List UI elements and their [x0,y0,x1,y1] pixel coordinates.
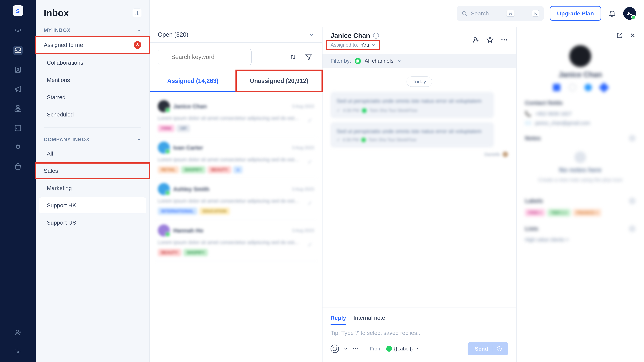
tab-internal-note[interactable]: Internal note [354,312,385,325]
send-button[interactable]: Send [468,342,508,355]
message-bubble: Sed ut perspiciatis unde omnis iste natu… [330,92,494,118]
conversation-list-panel: Open (320) Assigned (14,263) Unassigned … [150,27,322,362]
svg-point-15 [506,39,507,40]
analytics-icon[interactable] [13,123,23,133]
nav-rail: s [0,0,36,362]
chevron-down-icon [372,43,376,47]
tab-reply[interactable]: Reply [330,312,346,325]
chevron-down-icon [137,137,142,142]
kbd-cmd: ⌘ [506,10,515,16]
kbd-k: K [532,10,539,16]
open-external-button[interactable] [616,32,623,38]
svg-point-7 [16,330,18,333]
sidebar-item-sales[interactable]: Sales [36,163,150,179]
chevron-down-icon[interactable] [344,347,348,351]
add-list-button[interactable] [629,225,636,232]
reply-tabs: Reply Internal note [322,308,516,325]
settings-icon[interactable] [13,347,23,357]
contacts-icon[interactable] [13,65,23,74]
conversation-item[interactable]: Ivan Carter3 Aug 2023 Lorem ipsum dolor … [155,137,317,178]
tab-assigned[interactable]: Assigned (14,263) [150,70,236,92]
user-avatar[interactable]: JC [623,7,636,20]
sidebar-item-scheduled[interactable]: Scheduled [39,107,146,122]
sidebar-item-collaborations[interactable]: Collaborations [39,55,146,71]
broadcast-icon[interactable] [13,26,23,35]
assigned-to-selector[interactable]: Assigned to: You [327,41,379,49]
svg-point-13 [502,39,502,40]
svg-rect-4 [15,110,17,112]
global-search[interactable]: Search ⌘ K [457,6,544,21]
from-channel-selector[interactable]: {{Label}} [386,346,418,352]
more-actions-button[interactable] [500,36,508,44]
empty-notes-icon [574,151,586,163]
contact-details-panel: Janice Chan Contact fields 📞+852 9939 18… [516,27,644,362]
info-icon[interactable]: i [373,33,379,38]
field-email: ✉️janice_chan@gmail.com [525,120,636,126]
field-phone: 📞+852 9939 1827 [525,111,636,117]
reply-input[interactable]: Tip: Type '/' to select saved replies... [322,325,516,338]
svg-point-8 [17,351,19,353]
conversation-item[interactable]: Ashley Smith3 Aug 2023 Lorem ipsum dolor… [155,178,317,220]
unread-badge: 3 [134,41,142,49]
svg-point-10 [462,11,466,15]
svg-point-17 [355,348,356,349]
schedule-icon [496,346,502,352]
whatsapp-icon [355,58,361,64]
sort-button[interactable] [288,52,298,62]
sidebar-item-all[interactable]: All [39,146,146,162]
flows-icon[interactable] [13,104,23,113]
status-filter-dropdown[interactable]: Open (320) [150,27,322,42]
keyword-search-input[interactable] [158,49,252,65]
svg-point-14 [504,39,505,40]
channel-selector-button[interactable] [330,345,339,353]
close-button[interactable] [629,32,636,38]
conversation-contact-name: Janice Chan i [330,32,379,39]
inbox-icon[interactable] [13,45,23,55]
upgrade-plan-button[interactable]: Upgrade Plan [550,6,601,21]
campaign-icon[interactable] [13,84,23,94]
conversation-item[interactable]: Janice Chan3 Aug 2023 Lorem ipsum dolor … [155,95,317,137]
date-separator: Today [406,76,432,87]
sidebar-item-support-hk[interactable]: Support HK [39,197,146,213]
conversation-panel: Janice Chan i Assigned to: You [322,27,516,362]
invite-icon[interactable] [13,328,23,337]
sidebar-item-mentions[interactable]: Mentions [39,72,146,88]
company-inbox-header[interactable]: COMPANY INBOX [36,132,150,145]
top-bar: Search ⌘ K Upgrade Plan JC [150,0,644,27]
tab-unassigned[interactable]: Unassigned (20,912) [236,70,322,92]
integrations-icon[interactable] [13,143,23,152]
conversation-item[interactable]: Hannah Ho3 Aug 2023 Lorem ipsum dolor si… [155,220,317,261]
sidebar-divider [44,127,142,128]
star-button[interactable] [486,36,494,44]
svg-rect-5 [18,110,21,112]
svg-point-2 [17,68,19,70]
from-label: From [370,346,382,352]
search-icon [461,10,468,16]
commerce-icon[interactable] [13,162,23,172]
contact-name: Janice Chan [525,70,636,79]
svg-point-0 [17,30,19,32]
chevron-down-icon [397,59,402,63]
contact-avatar [569,45,591,67]
more-button[interactable] [352,346,358,352]
add-note-button[interactable] [629,135,636,142]
svg-point-12 [474,37,477,40]
sidebar-item-marketing[interactable]: Marketing [39,180,146,196]
app-logo[interactable]: s [12,5,23,16]
svg-point-18 [357,348,358,349]
my-inbox-header[interactable]: MY INBOX [36,22,150,36]
add-collaborator-button[interactable] [472,36,480,44]
notifications-button[interactable] [607,8,617,18]
chevron-down-icon [137,28,142,32]
conversation-list: Janice Chan3 Aug 2023 Lorem ipsum dolor … [150,92,322,362]
sidebar-item-assigned-to-me[interactable]: Assigned to me 3 [36,36,150,53]
collapse-panel-button[interactable] [133,8,142,17]
sidebar-title: Inbox [44,7,69,18]
sidebar-item-support-us[interactable]: Support US [39,215,146,231]
svg-rect-3 [16,106,19,107]
add-label-button[interactable] [629,198,636,204]
channel-filter[interactable]: Filter by: All channels [322,54,516,68]
filter-button[interactable] [304,52,314,62]
inbox-sidebar: Inbox MY INBOX Assigned to me 3 Collabor… [36,0,150,362]
sidebar-item-starred[interactable]: Starred [39,89,146,105]
